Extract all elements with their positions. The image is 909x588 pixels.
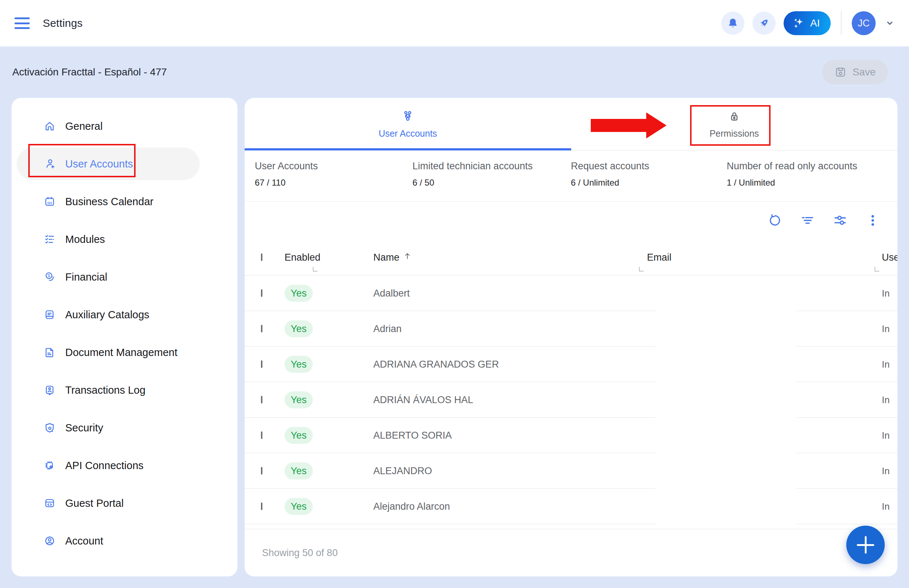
browser-window-icon: [44, 497, 56, 509]
select-all-checkbox[interactable]: [261, 254, 262, 261]
stat-label: Request accounts: [571, 161, 649, 172]
sidebar-item-general[interactable]: General: [11, 107, 237, 145]
user-accounts-panel: User Accounts Permissions User Accounts: [245, 98, 898, 577]
row-checkbox[interactable]: [261, 396, 262, 404]
bell-icon: [727, 17, 739, 29]
breadcrumb: Activación Fracttal - Español - 477: [12, 66, 167, 78]
svg-text:$: $: [48, 273, 50, 278]
ai-button-label: AI: [811, 18, 820, 29]
sparkles-icon: [792, 17, 805, 30]
user-name: Adrian: [373, 323, 402, 334]
stat-label: Limited technician accounts: [412, 161, 533, 172]
column-header-email[interactable]: Email: [647, 252, 672, 263]
tab-label: Permissions: [710, 128, 759, 139]
sidebar-item-security[interactable]: Security: [11, 409, 237, 447]
sidebar-item-label: User Accounts: [65, 158, 133, 170]
stat-request-accounts: Request accounts 6 / Unlimited: [571, 150, 649, 201]
home-icon: [44, 120, 56, 132]
column-header-name[interactable]: Name: [373, 252, 399, 263]
column-header-enabled[interactable]: Enabled: [284, 252, 320, 263]
sidebar-item-label: Account: [65, 535, 103, 547]
chevron-down-icon[interactable]: [884, 17, 896, 29]
refresh-button[interactable]: [767, 212, 783, 228]
user-name: ALBERTO SORIA: [373, 430, 452, 441]
table-footer: Showing 50 of 80: [245, 529, 898, 577]
add-user-button[interactable]: [846, 526, 885, 564]
user-avatar[interactable]: JC: [852, 11, 876, 35]
row-checkbox[interactable]: [261, 360, 262, 368]
sidebar-item-user-accounts[interactable]: User Accounts: [11, 145, 237, 183]
sort-ascending-icon[interactable]: [403, 252, 412, 260]
row-checkbox[interactable]: [261, 289, 262, 297]
column-resize-handle[interactable]: [875, 267, 879, 271]
document-icon: [44, 346, 56, 359]
stat-value: 67 / 110: [255, 178, 318, 188]
column-resize-handle[interactable]: [313, 267, 318, 271]
stat-value: 6 / Unlimited: [571, 178, 649, 188]
table-toolbar: [245, 202, 898, 239]
row-checkbox[interactable]: [261, 467, 262, 475]
chip-gear-icon: [44, 459, 56, 472]
table-row[interactable]: Yes ALBERTO SORIA In: [245, 418, 898, 453]
save-button[interactable]: Save: [822, 60, 888, 84]
hamburger-menu-icon[interactable]: [15, 18, 30, 29]
group-icon: [401, 110, 415, 123]
ai-assistant-button[interactable]: AI: [784, 11, 831, 35]
sidebar-item-label: Business Calendar: [65, 196, 153, 208]
enabled-badge: Yes: [284, 498, 313, 515]
sidebar-item-label: Guest Portal: [65, 498, 124, 509]
filter-button[interactable]: [799, 212, 815, 228]
sliders-icon: [833, 213, 848, 228]
user-type: In: [882, 323, 890, 334]
user-name: ADRIÁN ÁVALOS HAL: [373, 394, 473, 405]
stat-label: User Accounts: [255, 161, 318, 172]
person-circle-icon: [44, 535, 56, 547]
stat-label: Number of read only accounts: [727, 161, 857, 172]
sidebar-item-business-calendar[interactable]: Business Calendar: [11, 183, 237, 220]
table-row[interactable]: Yes ADRIANA GRANADOS GER In: [245, 347, 898, 382]
tab-label: User Accounts: [379, 128, 437, 139]
more-options-button[interactable]: [865, 212, 881, 228]
enabled-badge: Yes: [284, 391, 313, 409]
sidebar-item-financial[interactable]: $ Financial: [11, 258, 237, 296]
enabled-badge: Yes: [284, 320, 313, 338]
annotation-arrow: [591, 119, 649, 132]
save-icon: [834, 66, 847, 78]
stat-user-accounts: User Accounts 67 / 110: [255, 150, 318, 201]
row-checkbox[interactable]: [261, 431, 262, 439]
user-name: Alejandro Alarcon: [373, 501, 450, 512]
sidebar-item-guest-portal[interactable]: Guest Portal: [11, 484, 237, 522]
row-checkbox[interactable]: [261, 502, 262, 510]
sidebar-item-label: Modules: [65, 233, 105, 246]
whats-new-button[interactable]: [752, 11, 776, 35]
table-row[interactable]: Yes Alejandro Alarcon In: [245, 489, 898, 524]
user-table-body: Yes Adalbert In Yes Adrian In: [245, 276, 898, 529]
user-type: In: [882, 501, 890, 512]
column-settings-button[interactable]: [832, 212, 848, 228]
catalog-book-icon: [44, 309, 56, 321]
sidebar-item-auxiliary-catalogs[interactable]: Auxiliary Catalogs: [11, 296, 237, 333]
sidebar-item-transactions-log[interactable]: Transactions Log: [11, 371, 237, 409]
column-header-user-type[interactable]: Use: [882, 252, 898, 263]
column-resize-handle[interactable]: [639, 267, 644, 271]
enabled-badge: Yes: [284, 356, 313, 373]
user-name: Adalbert: [373, 288, 410, 299]
lock-icon: [727, 110, 741, 123]
user-type: In: [882, 430, 890, 441]
table-row[interactable]: Yes ALEJANDRO In: [245, 453, 898, 489]
notifications-button[interactable]: [721, 11, 744, 35]
table-row[interactable]: Yes Adrian In: [245, 311, 898, 347]
table-row[interactable]: Yes Adalbert In: [245, 276, 898, 311]
dollar-coin-icon: $: [44, 271, 56, 283]
sidebar-item-account[interactable]: Account: [11, 522, 237, 560]
calendar-icon: [44, 195, 56, 208]
tab-user-accounts[interactable]: User Accounts: [245, 98, 571, 150]
enabled-badge: Yes: [284, 462, 313, 480]
user-plus-icon: [44, 158, 56, 170]
refresh-icon: [767, 213, 783, 228]
table-row[interactable]: Yes ADRIÁN ÁVALOS HAL In: [245, 382, 898, 418]
sidebar-item-modules[interactable]: Modules: [11, 220, 237, 258]
sidebar-item-api-connections[interactable]: API Connections: [11, 447, 237, 484]
row-checkbox[interactable]: [261, 325, 262, 333]
sidebar-item-document-management[interactable]: Document Management: [11, 333, 237, 371]
